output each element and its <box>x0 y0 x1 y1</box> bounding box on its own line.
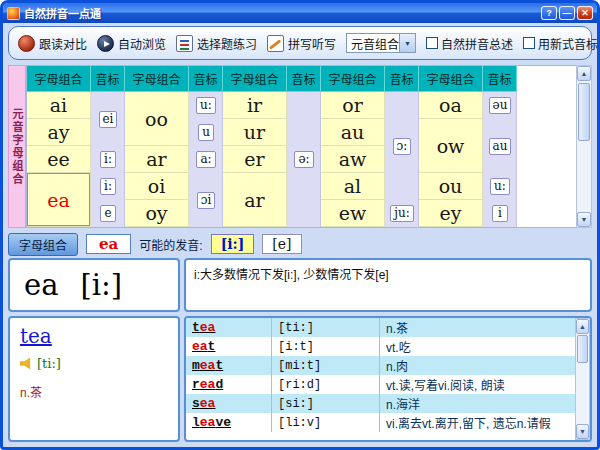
choice-practice-label: 选择题练习 <box>197 35 257 52</box>
letter-combo-cell[interactable]: aw <box>321 146 385 173</box>
selected-combo-value: ea <box>86 234 131 254</box>
letter-combo-cell[interactable]: ai <box>27 92 91 119</box>
scroll-down-icon[interactable]: ▼ <box>577 212 591 227</box>
letter-combo-cell[interactable]: er <box>223 146 287 173</box>
group-select-dropdown[interactable]: 元音组合 ▼ <box>346 33 416 53</box>
letter-combo-cell[interactable]: oa <box>419 92 483 119</box>
phonetic-cell: [i:t] <box>272 337 380 356</box>
meaning-cell: n.茶 <box>380 318 575 337</box>
word-list-scrollbar-thumb[interactable] <box>577 335 588 363</box>
word-cell: leave <box>186 413 272 432</box>
phonetic-box[interactable]: ɔ: <box>393 138 412 155</box>
scroll-up-icon[interactable]: ▲ <box>577 66 591 81</box>
letter-combo-cell[interactable]: ea <box>27 173 91 227</box>
phonics-table: 字母组合音标aiayeeeaeii:i:e字母组合音标ooaroioyu:ua:… <box>26 65 576 228</box>
letter-combo-header: 字母组合 <box>419 66 483 92</box>
phonetic-box[interactable]: e <box>100 205 116 222</box>
current-word-meaning: n.茶 <box>20 383 168 400</box>
letter-combo-cell[interactable]: au <box>321 119 385 146</box>
letter-combo-cell[interactable]: al <box>321 173 385 200</box>
letter-combo-header: 字母组合 <box>321 66 385 92</box>
help-button[interactable]: ? <box>541 6 557 20</box>
word-list-scrollbar[interactable]: ▲ ▼ <box>575 318 590 440</box>
chevron-down-icon[interactable]: ▼ <box>399 34 415 52</box>
checkbox-icon <box>523 37 535 49</box>
phonics-table-area: 元音字母组合 字母组合音标aiayeeeaeii:i:e字母组合音标ooaroi… <box>8 65 592 228</box>
speaker-icon[interactable] <box>20 358 33 370</box>
phonetic-cell: [mi:t] <box>272 356 380 375</box>
phonetic-cell: ɔi <box>189 173 223 227</box>
main-panels: ea [i:] i:大多数情况下发[i:], 少数情况下发[e] tea [ti… <box>8 258 592 442</box>
letter-combo-cell[interactable]: oy <box>125 200 189 227</box>
letter-combo-cell[interactable]: ey <box>419 200 483 227</box>
selected-combo-text: ea <box>24 268 58 302</box>
pron-option-e[interactable]: [e] <box>262 234 301 254</box>
minimize-button[interactable]: — <box>559 6 575 20</box>
letter-combo-cell[interactable]: ee <box>27 146 91 173</box>
pronunciation-note: i:大多数情况下发[i:], 少数情况下发[e] <box>194 265 582 282</box>
phonetic-cell: ə: <box>287 92 321 227</box>
pron-option-i[interactable]: [i:] <box>211 234 255 254</box>
phonetic-box[interactable]: u: <box>490 178 510 195</box>
letter-combo-cell[interactable]: ar <box>125 146 189 173</box>
spelling-dictation-button[interactable]: 拼写听写 <box>267 35 336 52</box>
phonetic-cell: [ri:d] <box>272 375 380 394</box>
phonetic-box[interactable]: u <box>198 124 214 141</box>
phonetic-cell: i: <box>91 173 125 200</box>
choice-practice-button[interactable]: 选择题练习 <box>176 35 257 52</box>
table-scrollbar[interactable]: ▲ ▼ <box>576 65 592 228</box>
phonetic-box[interactable]: i <box>492 205 508 222</box>
word-cell: meat <box>186 356 272 375</box>
word-list-row[interactable]: leave[li:v]vi.离去vt.离开,留下, 遗忘n.请假 <box>186 413 575 432</box>
word-list-row[interactable]: tea[ti:]n.茶 <box>186 318 575 337</box>
current-word[interactable]: tea <box>20 324 168 348</box>
letter-combo-cell[interactable]: ew <box>321 200 385 227</box>
new-phonetic-checkbox[interactable]: 用新式音标 <box>523 35 598 52</box>
letter-combo-header: 字母组合 <box>223 66 287 92</box>
letter-combo-header: 字母组合 <box>27 66 91 92</box>
letter-combo-cell[interactable]: oi <box>125 173 189 200</box>
word-list-row[interactable]: meat[mi:t]n.肉 <box>186 356 575 375</box>
phonetic-cell: u: <box>189 92 223 119</box>
combo-label: 字母组合 <box>8 233 78 256</box>
checkbox-icon <box>426 37 438 49</box>
letter-combo-cell[interactable]: ou <box>419 173 483 200</box>
auto-browse-button[interactable]: 自动浏览 <box>97 35 166 52</box>
phonetic-box[interactable]: au <box>489 138 512 155</box>
phonetic-box[interactable]: u: <box>196 97 216 114</box>
close-button[interactable]: ✕ <box>577 6 593 20</box>
letter-combo-cell[interactable]: ur <box>223 119 287 146</box>
word-cell: sea <box>186 394 272 413</box>
word-list-row[interactable]: read[ri:d]vt.读,写着vi.阅读, 朗读 <box>186 375 575 394</box>
phonetic-cell: i <box>483 200 517 227</box>
phonetic-box[interactable]: ju: <box>390 205 414 222</box>
follow-read-button[interactable]: 跟读对比 <box>18 35 87 52</box>
phonics-overview-checkbox[interactable]: 自然拼音总述 <box>426 35 513 52</box>
spelling-dictation-label: 拼写听写 <box>288 35 336 52</box>
phonetic-cell: ju: <box>385 200 419 227</box>
scroll-down-icon[interactable]: ▼ <box>576 424 589 439</box>
phonetic-cell: [si:] <box>272 394 380 413</box>
letter-combo-cell[interactable]: ar <box>223 173 287 227</box>
letter-combo-cell[interactable]: ow <box>419 119 483 173</box>
phonetic-box[interactable]: əu <box>489 97 512 114</box>
phonetic-box[interactable]: i: <box>100 178 116 195</box>
word-list-row[interactable]: sea[si:]n.海洋 <box>186 394 575 413</box>
titlebar: 自然拼音一点通 ? — ✕ <box>3 3 597 23</box>
letter-combo-cell[interactable]: ay <box>27 119 91 146</box>
phonetic-cell: u <box>189 119 223 146</box>
possible-pron-label: 可能的发音: <box>139 236 202 253</box>
phonetic-box[interactable]: i: <box>100 151 116 168</box>
phonetic-box[interactable]: ɔi <box>197 192 216 209</box>
table-scrollbar-thumb[interactable] <box>578 83 590 141</box>
phonetic-box[interactable]: a: <box>196 151 215 168</box>
scroll-up-icon[interactable]: ▲ <box>576 319 589 334</box>
letter-combo-cell[interactable]: oo <box>125 92 189 146</box>
phonetic-box[interactable]: ə: <box>294 151 313 168</box>
letter-combo-cell[interactable]: ir <box>223 92 287 119</box>
word-list: tea[ti:]n.茶eat[i:t]vt.吃meat[mi:t]n.肉read… <box>186 318 575 440</box>
word-list-row[interactable]: eat[i:t]vt.吃 <box>186 337 575 356</box>
phonetic-box[interactable]: ei <box>99 111 118 128</box>
letter-combo-cell[interactable]: or <box>321 92 385 119</box>
phonetic-cell: ɔ: <box>385 92 419 200</box>
